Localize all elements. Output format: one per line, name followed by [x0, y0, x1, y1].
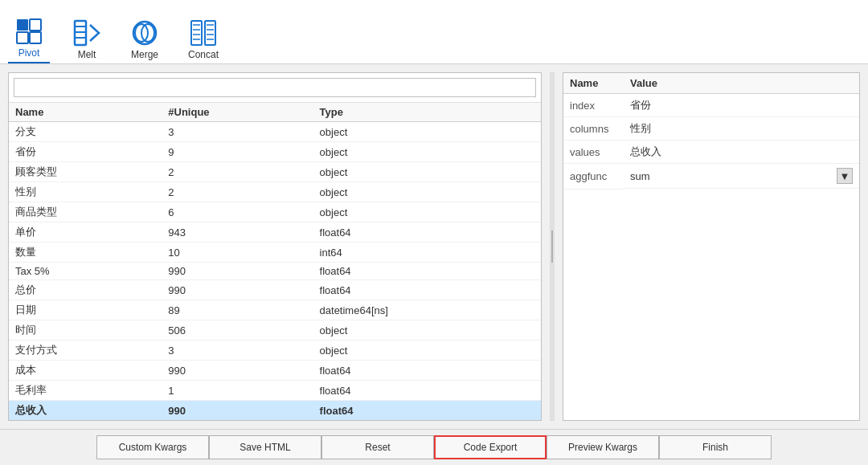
- toolbar: Pivot Melt Merge: [0, 0, 868, 64]
- cell-unique: 990: [162, 361, 313, 381]
- cell-type: object: [313, 182, 541, 202]
- table-row[interactable]: 总收入 990 float64: [9, 401, 541, 421]
- cell-name: 顾客类型: [9, 162, 162, 182]
- prop-value: 性别: [624, 117, 859, 141]
- merge-button[interactable]: Merge: [124, 15, 166, 63]
- cell-name: Tax 5%: [9, 263, 162, 280]
- cell-type: object: [313, 122, 541, 142]
- cell-unique: 2: [162, 182, 313, 202]
- cell-name: 总价: [9, 280, 162, 300]
- cell-name: 支付方式: [9, 341, 162, 361]
- table-row[interactable]: 总价 990 float64: [9, 280, 541, 300]
- cell-unique: 1: [162, 381, 313, 401]
- melt-button[interactable]: Melt: [66, 15, 108, 63]
- prop-name: aggfunc: [563, 164, 624, 190]
- svg-rect-2: [17, 32, 28, 43]
- code-export-button[interactable]: Code Export: [434, 435, 547, 459]
- search-bar: [9, 73, 541, 103]
- cell-unique: 3: [162, 122, 313, 142]
- main-content: Name #Unique Type 分支 3 object 省份 9 objec…: [0, 64, 868, 429]
- svg-rect-3: [30, 32, 41, 43]
- cell-type: float64: [313, 401, 541, 421]
- prop-name: columns: [563, 117, 624, 141]
- cell-type: float64: [313, 381, 541, 401]
- merge-icon: [130, 18, 159, 47]
- cell-name: 商品类型: [9, 202, 162, 222]
- concat-icon: [189, 18, 218, 47]
- cell-type: int64: [313, 243, 541, 263]
- props-header-row: Name Value: [563, 73, 859, 94]
- bottom-bar: Custom KwargsSave HTMLResetCode ExportPr…: [0, 429, 868, 465]
- preview-kwargs-button[interactable]: Preview Kwargs: [547, 435, 659, 459]
- table-row[interactable]: 毛利率 1 float64: [9, 381, 541, 401]
- svg-rect-0: [17, 19, 28, 31]
- table-header-row: Name #Unique Type: [9, 103, 541, 122]
- pivot-button[interactable]: Pivot: [8, 14, 50, 63]
- props-col-value: Value: [624, 73, 859, 94]
- svg-rect-1: [30, 19, 41, 31]
- table-row[interactable]: 商品类型 6 object: [9, 202, 541, 222]
- left-panel: Name #Unique Type 分支 3 object 省份 9 objec…: [8, 72, 542, 421]
- props-table: Name Value index 省份 columns 性别 values 总收…: [563, 73, 859, 190]
- prop-name: values: [563, 141, 624, 164]
- search-input[interactable]: [14, 78, 536, 97]
- props-row: columns 性别: [563, 117, 859, 141]
- cell-name: 日期: [9, 300, 162, 320]
- cell-type: object: [313, 142, 541, 162]
- cell-type: object: [313, 320, 541, 341]
- table-row[interactable]: 数量 10 int64: [9, 243, 541, 263]
- prop-value: 省份: [624, 94, 859, 117]
- cell-unique: 10: [162, 243, 313, 263]
- prop-value[interactable]: sum ▼: [624, 164, 859, 189]
- cell-name: 时间: [9, 320, 162, 341]
- table-row[interactable]: 性别 2 object: [9, 182, 541, 202]
- table-row[interactable]: 支付方式 3 object: [9, 341, 541, 361]
- cell-type: float64: [313, 361, 541, 381]
- data-table: Name #Unique Type 分支 3 object 省份 9 objec…: [9, 103, 541, 420]
- table-row[interactable]: 时间 506 object: [9, 320, 541, 341]
- table-row[interactable]: 日期 89 datetime64[ns]: [9, 300, 541, 320]
- concat-button[interactable]: Concat: [182, 15, 225, 63]
- reset-button[interactable]: Reset: [321, 435, 434, 459]
- props-col-name: Name: [563, 73, 624, 94]
- melt-icon: [72, 18, 101, 47]
- cell-name: 总收入: [9, 401, 162, 421]
- cell-unique: 990: [162, 280, 313, 300]
- aggfunc-value: sum: [630, 170, 650, 182]
- custom-kwargs-button[interactable]: Custom Kwargs: [96, 435, 209, 459]
- cell-name: 数量: [9, 243, 162, 263]
- props-row: values 总收入: [563, 141, 859, 164]
- cell-name: 性别: [9, 182, 162, 202]
- cell-name: 毛利率: [9, 381, 162, 401]
- resize-handle[interactable]: [550, 72, 555, 421]
- cell-unique: 9: [162, 142, 313, 162]
- cell-type: float64: [313, 263, 541, 280]
- cell-unique: 506: [162, 320, 313, 341]
- col-header-type: Type: [313, 103, 541, 122]
- pivot-icon: [14, 17, 43, 46]
- props-row: aggfunc sum ▼: [563, 164, 859, 190]
- prop-value: 总收入: [624, 141, 859, 164]
- table-row[interactable]: 单价 943 float64: [9, 222, 541, 243]
- cell-unique: 2: [162, 162, 313, 182]
- table-row[interactable]: 省份 9 object: [9, 142, 541, 162]
- table-row[interactable]: 分支 3 object: [9, 122, 541, 142]
- table-row[interactable]: 顾客类型 2 object: [9, 162, 541, 182]
- table-container[interactable]: Name #Unique Type 分支 3 object 省份 9 objec…: [9, 103, 541, 420]
- right-panel: Name Value index 省份 columns 性别 values 总收…: [563, 72, 860, 421]
- save-html-button[interactable]: Save HTML: [209, 435, 321, 459]
- cell-unique: 990: [162, 263, 313, 280]
- cell-unique: 943: [162, 222, 313, 243]
- finish-button[interactable]: Finish: [659, 435, 772, 459]
- cell-type: float64: [313, 222, 541, 243]
- props-row: index 省份: [563, 94, 859, 117]
- aggfunc-dropdown[interactable]: ▼: [837, 168, 853, 184]
- col-header-name: Name: [9, 103, 162, 122]
- col-header-unique: #Unique: [162, 103, 313, 122]
- table-row[interactable]: Tax 5% 990 float64: [9, 263, 541, 280]
- cell-unique: 3: [162, 341, 313, 361]
- cell-type: object: [313, 341, 541, 361]
- prop-name: index: [563, 94, 624, 117]
- table-row[interactable]: 成本 990 float64: [9, 361, 541, 381]
- cell-type: float64: [313, 280, 541, 300]
